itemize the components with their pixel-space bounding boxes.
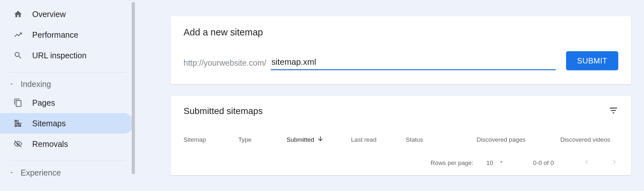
section-experience[interactable]: Experience: [0, 164, 134, 181]
next-page-button[interactable]: [611, 158, 618, 167]
sitemap-url-input[interactable]: [271, 55, 556, 70]
divider: [10, 72, 126, 72]
sidebar-item-overview[interactable]: Overview: [0, 4, 134, 24]
visibility-off-icon: [14, 139, 32, 148]
sidebar-item-url-inspection[interactable]: URL inspection: [0, 45, 134, 66]
col-last-read[interactable]: Last read: [351, 136, 406, 143]
pages-icon: [14, 98, 32, 107]
sidebar-item-label: Pages: [32, 98, 55, 108]
sidebar-item-sitemaps[interactable]: Sitemaps: [0, 113, 134, 134]
home-icon: [14, 10, 32, 19]
caret-down-icon: [498, 159, 504, 167]
trending-up-icon: [14, 30, 32, 39]
col-discovered-videos[interactable]: Discovered videos: [560, 136, 618, 143]
filter-icon[interactable]: [609, 106, 618, 117]
arrow-down-icon: [317, 135, 324, 144]
submitted-sitemaps-card: Submitted sitemaps Sitemap Type Submitte…: [171, 96, 631, 175]
col-discovered-pages[interactable]: Discovered pages: [477, 136, 560, 143]
sidebar-item-label: Performance: [32, 30, 78, 40]
submitted-sitemaps-title: Submitted sitemaps: [184, 106, 263, 116]
col-status[interactable]: Status: [406, 136, 477, 143]
search-icon: [14, 51, 32, 60]
sidebar-item-label: Sitemaps: [32, 119, 66, 128]
rows-per-page-select[interactable]: 10: [486, 159, 504, 167]
main-content: Add a new sitemap http://yourwebsite.com…: [134, 0, 644, 191]
sitemap-icon: [14, 119, 32, 128]
prev-page-button[interactable]: [583, 158, 591, 167]
sidebar-item-removals[interactable]: Removals: [0, 134, 134, 154]
caret-down-icon: [9, 170, 21, 175]
sidebar-item-label: Overview: [32, 10, 66, 19]
sidebar-item-label: URL inspection: [32, 51, 87, 60]
sidebar-scrollbar[interactable]: [132, 2, 135, 174]
sidebar-item-label: Removals: [32, 139, 68, 149]
url-prefix: http://yourwebsite.com/: [184, 58, 266, 70]
section-label: Experience: [21, 168, 61, 177]
table-footer: Rows per page: 10 0-0 of 0: [184, 151, 618, 172]
col-sitemap[interactable]: Sitemap: [184, 136, 238, 143]
divider: [10, 161, 126, 161]
submit-button[interactable]: SUBMIT: [566, 51, 618, 70]
section-label: Indexing: [21, 80, 51, 89]
sidebar-item-performance[interactable]: Performance: [0, 24, 134, 45]
sidebar: Overview Performance URL inspection Inde…: [0, 0, 134, 191]
sidebar-item-pages[interactable]: Pages: [0, 92, 134, 113]
rows-per-page-label: Rows per page:: [431, 159, 473, 167]
col-type[interactable]: Type: [238, 136, 287, 143]
section-indexing[interactable]: Indexing: [0, 76, 134, 92]
add-sitemap-card: Add a new sitemap http://yourwebsite.com…: [171, 16, 631, 84]
caret-down-icon: [9, 81, 21, 87]
col-submitted[interactable]: Submitted: [287, 135, 351, 144]
table-header: Sitemap Type Submitted Last read Status …: [184, 131, 618, 151]
page-range: 0-0 of 0: [533, 159, 554, 167]
add-sitemap-title: Add a new sitemap: [184, 27, 618, 38]
